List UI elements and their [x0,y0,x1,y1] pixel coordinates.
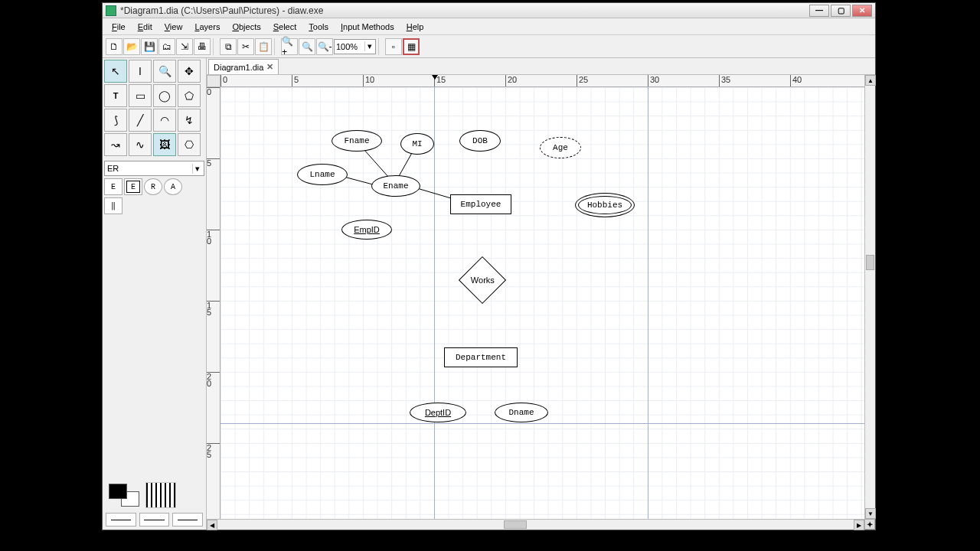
pointer-tool[interactable]: ↖ [104,60,127,83]
menu-tools[interactable]: Tools [302,20,335,34]
text-tool[interactable]: T [104,84,127,107]
er-attribute-dob[interactable]: DOB [459,130,501,152]
er-entity-employee[interactable]: Employee [450,194,511,214]
fg-color[interactable] [109,484,127,499]
er-entity-department[interactable]: Department [444,347,518,367]
snap-object-button[interactable]: ▫ [385,38,402,55]
er-weak-entity-button[interactable]: E [124,178,142,195]
vertical-scrollbar[interactable]: ▲ ▼ [864,75,875,519]
scroll-right-button[interactable]: ▶ [854,520,864,530]
copy-button[interactable]: ⧉ [220,38,237,55]
zoom-combo[interactable]: 100% ▾ [334,39,376,54]
ruler-tick: 20 [207,372,220,387]
color-swatch[interactable] [107,482,141,508]
er-attribute-empid[interactable]: EmpID [341,220,392,240]
scroll-thumb[interactable] [866,255,874,270]
outline-tool[interactable]: ⎔ [178,133,201,156]
close-button[interactable]: ✕ [852,5,872,17]
polygon-tool[interactable]: ⬠ [178,84,201,107]
scroll-thumb[interactable] [504,520,527,529]
cut-button[interactable]: ✂ [237,38,254,55]
bezier-tool[interactable]: ∿ [129,133,152,156]
menu-view[interactable]: View [158,20,189,34]
ruler-tick: 0 [207,87,220,96]
navigator-button[interactable]: ✦ [864,519,875,530]
scroll-track[interactable] [865,86,875,508]
page-break-line [648,87,648,519]
menu-input-methods[interactable]: Input Methods [335,20,400,34]
magnify-tool[interactable]: 🔍 [153,60,176,83]
zigzag-tool[interactable]: ↯ [178,109,201,132]
ruler-tick: 0 [220,75,227,87]
horizontal-ruler: 0 5 10 15 20 25 30 35 40 [220,75,864,87]
menu-select[interactable]: Select [267,20,303,34]
zoom-out-button[interactable]: 🔍- [316,38,333,55]
tab-close-icon[interactable]: ✕ [266,62,273,72]
arc-tool[interactable]: ◠ [153,109,176,132]
er-attribute-fname[interactable]: Fname [332,130,382,152]
ruler-corner [207,75,220,87]
chevron-down-icon[interactable]: ▾ [192,164,201,174]
line-width-button[interactable] [106,513,136,527]
er-attribute-ename[interactable]: Ename [371,175,420,197]
menu-help[interactable]: Help [400,20,430,34]
minimize-button[interactable]: — [809,5,829,17]
chevron-down-icon[interactable]: ▾ [364,41,374,51]
ruler-tick: 30 [648,75,659,87]
toolbar-separator [274,38,279,55]
er-attribute-age[interactable]: Age [540,137,581,158]
scroll-track[interactable] [217,520,854,530]
line-style-button[interactable] [139,513,170,527]
er-attribute-deptid[interactable]: DeptID [410,403,466,422]
open-file-button[interactable]: 📂 [123,38,140,55]
maximize-button[interactable]: ▢ [831,5,851,17]
color-area [104,479,204,511]
vertical-ruler: 0 5 10 15 20 25 [207,87,220,519]
line-pattern-swatch[interactable] [145,482,176,508]
scroll-down-button[interactable]: ▼ [865,508,876,519]
arrow-style-button[interactable] [172,513,203,527]
drawing-canvas[interactable]: Fname MI Lname Ename DOB Age Hobbies Emp… [220,87,864,519]
menu-layers[interactable]: Layers [188,20,226,34]
document-tab[interactable]: Diagram1.dia ✕ [208,59,279,74]
scroll-left-button[interactable]: ◀ [207,520,217,530]
er-shape-row2: ‖ [104,197,204,214]
er-attribute-hobbies[interactable]: Hobbies [578,196,632,214]
canvas-area: Diagram1.dia ✕ 0 5 10 15 20 25 30 35 40 … [207,58,875,530]
menu-file[interactable]: File [106,20,132,34]
ruler-tick: 5 [207,158,220,167]
er-attribute-dname[interactable]: Dname [495,403,548,422]
box-tool[interactable]: ▭ [129,84,152,107]
menu-edit[interactable]: Edit [132,20,158,34]
er-relationship-button[interactable]: R [144,178,162,195]
save-as-button[interactable]: 🗂 [158,38,175,55]
sheet-name: ER [107,164,192,173]
er-attribute-mi[interactable]: MI [400,133,434,155]
beziergon-tool[interactable]: ⟆ [104,109,127,132]
new-file-button[interactable]: 🗋 [106,38,122,55]
ruler-tick: 25 [207,443,220,458]
scroll-tool[interactable]: ✥ [178,60,201,83]
line-tool[interactable]: ╱ [129,109,152,132]
er-attribute-button[interactable]: A [164,178,182,195]
text-edit-tool[interactable]: I [129,60,152,83]
scroll-up-button[interactable]: ▲ [865,75,876,86]
print-button[interactable]: 🖶 [194,38,211,55]
polyline-tool[interactable]: ↝ [104,133,127,156]
zoom-fit-button[interactable]: 🔍 [299,38,315,55]
export-button[interactable]: ⇲ [176,38,193,55]
er-attribute-lname[interactable]: Lname [297,164,348,185]
er-entity-button[interactable]: E [104,178,122,195]
er-participation-button[interactable]: ‖ [104,197,122,214]
menu-objects[interactable]: Objects [226,20,266,34]
snap-grid-button[interactable]: ▦ [403,38,420,55]
sheet-selector[interactable]: ER ▾ [104,161,204,176]
image-tool[interactable]: 🖼 [153,133,176,156]
zoom-in-button[interactable]: 🔍+ [281,38,298,55]
horizontal-scrollbar[interactable]: ◀ ▶ [207,519,864,530]
ellipse-tool[interactable]: ◯ [153,84,176,107]
tab-bar: Diagram1.dia ✕ [207,58,875,75]
paste-button[interactable]: 📋 [255,38,272,55]
tab-label: Diagram1.dia [214,63,263,72]
save-file-button[interactable]: 💾 [141,38,158,55]
